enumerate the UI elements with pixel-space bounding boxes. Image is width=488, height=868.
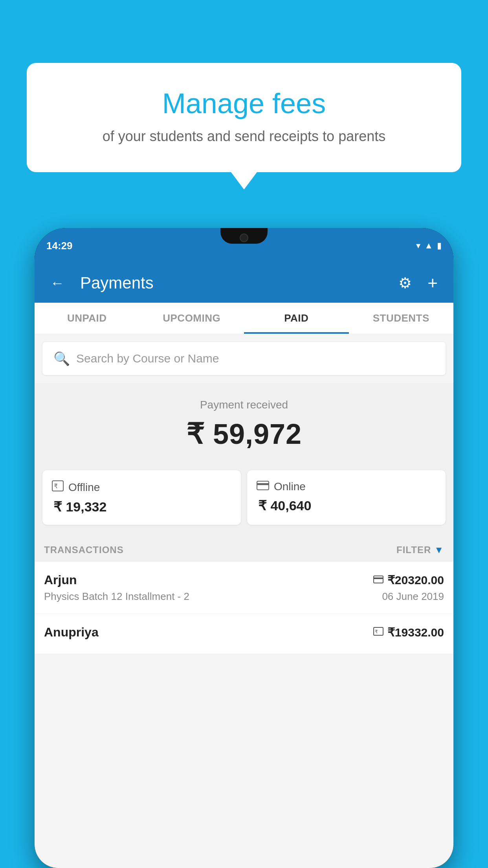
page-title: Payments xyxy=(80,274,387,292)
transactions-header: TRANSACTIONS FILTER ▼ xyxy=(35,537,453,562)
offline-label: Offline xyxy=(68,481,100,494)
tab-students[interactable]: STUDENTS xyxy=(349,303,454,334)
offline-amount: ₹ 19,332 xyxy=(53,499,231,515)
tab-unpaid[interactable]: UNPAID xyxy=(35,303,139,334)
cash-payment-icon: ₹ xyxy=(373,626,383,638)
online-amount: ₹ 40,640 xyxy=(258,498,436,513)
search-bar[interactable]: 🔍 Search by Course or Name xyxy=(42,342,446,375)
svg-text:₹: ₹ xyxy=(54,483,58,489)
app-header: ← Payments ⚙ + xyxy=(35,263,453,303)
transaction-name: Anupriya xyxy=(44,625,99,640)
battery-icon: ▮ xyxy=(437,241,442,251)
back-button[interactable]: ← xyxy=(46,271,68,295)
settings-button[interactable]: ⚙ xyxy=(394,270,416,296)
status-time: 14:29 xyxy=(46,240,73,252)
svg-rect-4 xyxy=(374,576,383,583)
offline-payment-icon: ₹ xyxy=(52,480,64,494)
phone-camera xyxy=(240,234,248,242)
bubble-title: Manage fees xyxy=(46,86,442,120)
transaction-amount-wrap: ₹ ₹19332.00 xyxy=(373,625,444,639)
transaction-name: Arjun xyxy=(44,573,77,587)
transaction-amount: ₹20320.00 xyxy=(387,573,444,587)
payment-received-label: Payment received xyxy=(42,399,446,411)
online-label: Online xyxy=(274,480,306,493)
signal-icon: ▲ xyxy=(424,241,433,251)
svg-rect-5 xyxy=(374,577,383,579)
transactions-list: Arjun ₹20320.00 xyxy=(35,562,453,654)
filter-button[interactable]: FILTER ▼ xyxy=(396,544,444,555)
payment-summary: Payment received ₹ 59,972 xyxy=(35,383,453,462)
transaction-course: Physics Batch 12 Installment - 2 xyxy=(44,590,189,603)
search-placeholder-text: Search by Course or Name xyxy=(76,352,219,365)
payment-total-amount: ₹ 59,972 xyxy=(42,417,446,451)
tab-paid[interactable]: PAID xyxy=(244,303,349,334)
status-icons: ▾ ▲ ▮ xyxy=(416,241,442,251)
phone-notch xyxy=(220,228,268,244)
transaction-amount-wrap: ₹20320.00 xyxy=(373,573,444,587)
add-button[interactable]: + xyxy=(424,269,442,297)
status-bar: 14:29 ▾ ▲ ▮ xyxy=(35,228,453,263)
online-payment-icon xyxy=(257,480,269,493)
tab-bar: UNPAID UPCOMING PAID STUDENTS xyxy=(35,303,453,334)
svg-rect-2 xyxy=(257,481,269,490)
app-content: 🔍 Search by Course or Name Payment recei… xyxy=(35,334,453,868)
search-icon: 🔍 xyxy=(53,351,70,366)
payment-cards: ₹ Offline ₹ 19,332 xyxy=(35,462,453,537)
wifi-icon: ▾ xyxy=(416,241,420,251)
bubble-subtitle: of your students and send receipts to pa… xyxy=(46,128,442,145)
speech-bubble: Manage fees of your students and send re… xyxy=(27,63,461,172)
card-payment-icon xyxy=(373,574,383,586)
filter-icon: ▼ xyxy=(434,544,444,555)
transaction-date: 06 June 2019 xyxy=(382,590,444,603)
phone-device: 14:29 ▾ ▲ ▮ ← Payments ⚙ + U xyxy=(35,228,453,868)
svg-text:₹: ₹ xyxy=(375,629,378,634)
offline-payment-card: ₹ Offline ₹ 19,332 xyxy=(42,470,241,525)
filter-label: FILTER xyxy=(396,544,431,555)
transaction-item[interactable]: Anupriya ₹ ₹19332.00 xyxy=(35,614,453,654)
transactions-label: TRANSACTIONS xyxy=(44,544,124,555)
transaction-amount: ₹19332.00 xyxy=(387,625,444,639)
online-payment-card: Online ₹ 40,640 xyxy=(247,470,446,525)
svg-rect-3 xyxy=(257,483,269,485)
transaction-item[interactable]: Arjun ₹20320.00 xyxy=(35,562,453,614)
tab-upcoming[interactable]: UPCOMING xyxy=(139,303,244,334)
